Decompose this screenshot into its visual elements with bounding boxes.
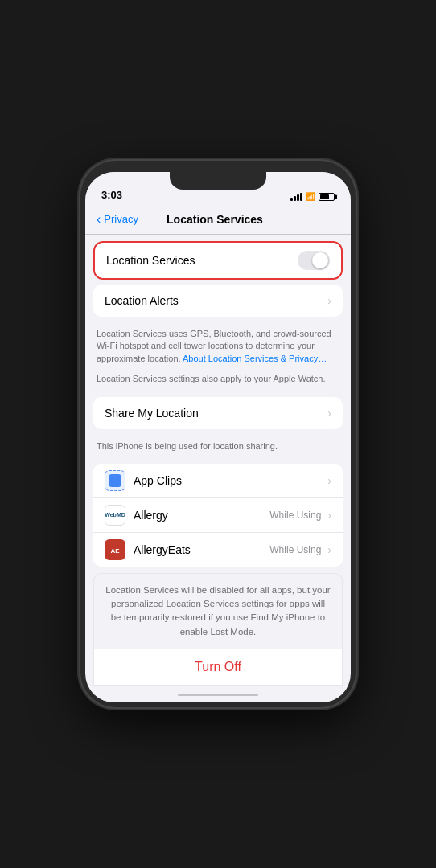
status-time: 3:03 [101, 189, 122, 201]
share-location-row[interactable]: Share My Location › [93, 397, 343, 429]
app-name: AllergyEats [134, 543, 269, 556]
share-location-subtext: This iPhone is being used for location s… [85, 436, 351, 459]
phone-frame: 3:03 📶 ‹ Privacy Location Services [80, 161, 356, 707]
location-services-toggle[interactable] [298, 251, 330, 270]
app-permission: While Using [269, 544, 321, 555]
back-chevron-icon: ‹ [97, 212, 101, 227]
allergy-eats-icon: AE [105, 539, 125, 560]
app-name: App Clips [134, 474, 324, 487]
app-clips-chevron-icon: › [327, 474, 331, 487]
notch [170, 172, 266, 190]
alert-text: Location Services will be disabled for a… [94, 574, 342, 649]
share-location-section: Share My Location › [93, 397, 343, 429]
location-alerts-row[interactable]: Location Alerts › [93, 285, 343, 317]
home-indicator [85, 686, 351, 702]
share-location-label: Share My Location [105, 407, 324, 420]
turn-off-button[interactable]: Turn Off [94, 649, 342, 685]
watch-info-text: Location Services settings also apply to… [85, 371, 351, 391]
location-alerts-section: Location Alerts › [93, 285, 343, 317]
share-location-chevron-icon: › [327, 407, 331, 420]
allergy-chevron-icon: › [327, 509, 331, 522]
back-label: Privacy [104, 213, 138, 225]
phone-screen: 3:03 📶 ‹ Privacy Location Services [85, 172, 351, 702]
app-name: Allergy [134, 509, 269, 522]
back-button[interactable]: ‹ Privacy [97, 212, 138, 227]
allergy-eats-chevron-icon: › [327, 543, 331, 556]
battery-icon [319, 193, 335, 201]
status-icons: 📶 [290, 192, 335, 201]
location-alerts-label: Location Alerts [105, 294, 324, 307]
location-services-label: Location Services [106, 254, 298, 267]
wifi-icon: 📶 [306, 192, 315, 201]
list-item[interactable]: App Clips › [93, 464, 343, 498]
location-alerts-chevron-icon: › [327, 294, 331, 307]
alert-button-row: Turn Off [94, 649, 342, 685]
location-services-section: Location Services [93, 241, 343, 280]
toggle-knob [312, 252, 328, 268]
apps-section: App Clips › WebMD Allergy While Using › … [93, 464, 343, 567]
page-title: Location Services [138, 213, 291, 226]
svg-text:AE: AE [110, 547, 120, 555]
alert-panel: Location Services will be disabled for a… [93, 573, 343, 686]
app-clips-icon [105, 470, 125, 491]
allergy-icon: WebMD [105, 505, 125, 526]
location-services-row[interactable]: Location Services [95, 243, 341, 278]
signal-bars-icon [290, 193, 302, 201]
about-location-link[interactable]: About Location Services & Privacy… [183, 354, 327, 363]
content-area: Location Services Location Alerts › Loca… [85, 235, 351, 686]
list-item[interactable]: WebMD Allergy While Using › [93, 498, 343, 533]
list-item[interactable]: AE AllergyEats While Using › [93, 533, 343, 567]
location-info-text: Location Services uses GPS, Bluetooth, a… [85, 323, 351, 371]
home-bar [178, 694, 258, 696]
app-permission: While Using [269, 510, 321, 521]
nav-bar: ‹ Privacy Location Services [85, 204, 351, 235]
